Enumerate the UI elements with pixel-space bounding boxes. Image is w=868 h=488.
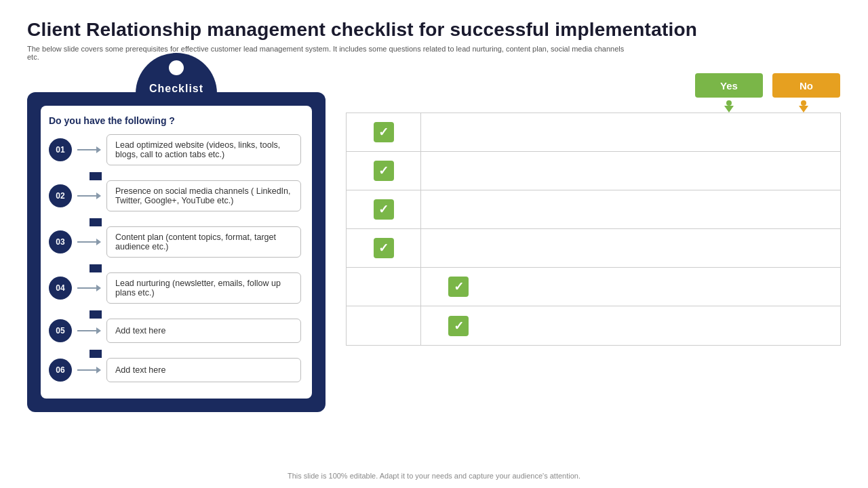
yes-cell [347, 306, 421, 345]
arrow-line [77, 367, 101, 373]
no-checkmark: ✓ [448, 316, 469, 336]
yes-arrow [724, 106, 734, 113]
yes-col-header-group: Yes [692, 73, 766, 113]
clipboard-clip [167, 58, 186, 77]
slide: Client Relationship management checklist… [0, 0, 868, 488]
checklist-item: 03Content plan (content topics, format, … [49, 226, 301, 258]
item-separator [90, 218, 102, 226]
right-header-area: Yes No [346, 73, 841, 113]
arrow-line [77, 285, 101, 291]
checklist-items: 01Lead optimized website (videos, links,… [49, 134, 301, 389]
yes-dot [726, 100, 732, 106]
table-row: ✓ [347, 268, 840, 306]
table-row: ✓ [347, 229, 840, 268]
no-cell: ✓ [421, 306, 496, 345]
table-area: ✓✓✓✓✓✓ [346, 113, 841, 346]
no-button: No [772, 73, 840, 98]
no-cell [421, 229, 496, 267]
item-number: 02 [49, 184, 72, 207]
no-col-header-group: No [766, 73, 841, 113]
table-row: ✓ [347, 113, 840, 152]
yes-checkmark: ✓ [374, 199, 394, 220]
no-drop-indicator [799, 100, 808, 113]
yes-button: Yes [695, 73, 763, 98]
checklist-item: 02Presence on social media channels ( Li… [49, 180, 301, 211]
footer-text: This slide is 100% editable. Adapt it to… [0, 472, 868, 480]
yes-cell: ✓ [347, 190, 421, 228]
item-separator [90, 172, 102, 180]
item-number: 05 [49, 319, 72, 342]
inner-board: Do you have the following ? 01Lead optim… [41, 106, 312, 399]
yes-checkmark: ✓ [374, 122, 394, 142]
no-cell [421, 190, 496, 228]
main-content: Checklist Do you have the following ? 01… [27, 73, 841, 412]
yes-cell: ✓ [347, 229, 421, 267]
arrow-line [77, 327, 101, 334]
checklist-item: 05Add text here [49, 319, 301, 343]
yes-cell: ✓ [347, 113, 421, 151]
checklist-header-label: Checklist [149, 83, 203, 95]
clipboard-wrapper: Checklist Do you have the following ? 01… [27, 73, 326, 412]
arrow-line [77, 146, 101, 153]
item-text-box: Content plan (content topics, format, ta… [106, 226, 301, 258]
item-separator [90, 310, 102, 319]
table-row: ✓ [347, 152, 840, 190]
yes-drop-indicator [724, 100, 734, 113]
no-cell [421, 152, 496, 190]
page-title: Client Relationship management checklist… [27, 19, 841, 41]
item-number: 03 [49, 230, 72, 253]
right-section: Yes No ✓✓✓✓✓ [326, 73, 841, 346]
yes-cell [347, 268, 421, 306]
yes-checkmark: ✓ [374, 238, 394, 258]
item-text-box: Lead nurturing (newsletter, emails, foll… [106, 272, 301, 304]
arrow-line [77, 192, 101, 199]
subtitle: The below slide covers some prerequisite… [27, 45, 637, 61]
checklist-item: 06Add text here [49, 358, 301, 382]
item-number: 01 [49, 138, 72, 161]
checklist-item: 04Lead nurturing (newsletter, emails, fo… [49, 272, 301, 304]
item-text-box: Add text here [106, 319, 301, 343]
no-cell: ✓ [421, 268, 496, 306]
clipboard-board: Do you have the following ? 01Lead optim… [27, 92, 326, 412]
yes-cell: ✓ [347, 152, 421, 190]
no-arrow [799, 106, 808, 113]
arrow-line [77, 239, 101, 245]
yes-checkmark: ✓ [374, 161, 394, 181]
no-checkmark: ✓ [448, 277, 469, 297]
question-text: Do you have the following ? [49, 115, 301, 126]
item-separator [90, 350, 102, 358]
checklist-item: 01Lead optimized website (videos, links,… [49, 134, 301, 165]
no-dot [801, 100, 806, 106]
item-number: 06 [49, 359, 72, 382]
item-number: 04 [49, 277, 72, 300]
table-row: ✓ [347, 190, 840, 229]
item-separator [90, 264, 102, 272]
no-cell [421, 113, 496, 151]
item-text-box: Lead optimized website (videos, links, t… [106, 134, 301, 165]
table-row: ✓ [347, 306, 840, 345]
item-text-box: Presence on social media channels ( Link… [106, 180, 301, 211]
item-text-box: Add text here [106, 358, 301, 382]
